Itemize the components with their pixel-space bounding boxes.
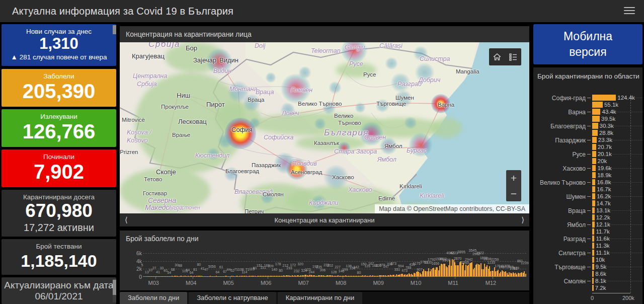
tab-3[interactable]: Карантинирани по дни [278, 292, 363, 304]
map-place-label: Ямбол [384, 143, 403, 149]
bar-category-label: Велико Търново [533, 179, 586, 186]
stat-delta: ▲ 281 случая повече от вчера [2, 53, 116, 61]
map-place-label: Mangalia [456, 68, 479, 74]
bar-category-label: Ямбол [533, 221, 586, 229]
map-place-label: Стара Загора [334, 148, 377, 155]
bar-value-label: 11.1k [596, 250, 609, 256]
bar-category-label: Шумен [533, 193, 586, 200]
map-place-label: Кърджали [309, 199, 338, 206]
zoom-out-button[interactable]: − [506, 186, 521, 201]
bar-value-label: 7.2k [595, 285, 606, 291]
bar[interactable] [592, 257, 594, 263]
map-place-label: България [324, 128, 369, 138]
stat-card-quarantined: Карантинирани досега 670,980 17,272 акти… [2, 190, 116, 237]
stat-card-infected: Заболели 205,390 [2, 69, 116, 107]
bar[interactable] [592, 158, 596, 164]
map-place-label: Търговище [376, 101, 406, 107]
map-place-label: Враца [248, 97, 264, 103]
bar[interactable] [592, 236, 594, 242]
home-icon[interactable] [489, 48, 505, 65]
carousel-prev-icon[interactable]: ⟨ [120, 213, 133, 226]
stat-value: 7,902 [2, 161, 116, 183]
bar-value-label: 9.5k [596, 264, 607, 270]
bar[interactable] [592, 229, 594, 235]
heat-blob [298, 66, 311, 79]
mobile-version-button[interactable]: Мобилнаверсия [533, 24, 642, 64]
bar-value-label: 124.4k [617, 95, 635, 101]
bar-value-label: 20k [598, 158, 607, 164]
bar[interactable] [592, 207, 595, 213]
bar-value-label: 16.7k [597, 186, 611, 192]
bar[interactable] [592, 130, 598, 136]
heat-blob [218, 133, 233, 148]
map-place-label: Пазарджик [252, 162, 281, 168]
bar[interactable] [592, 214, 595, 220]
map-attribution: Map data © OpenStreetMap contributors, C… [375, 204, 529, 213]
x-tick: M12 [486, 280, 496, 286]
chart-tabs: Заболели по дниЗаболели с натрупванеКара… [120, 292, 529, 304]
bar[interactable] [592, 264, 594, 270]
card-scrollbar[interactable] [113, 279, 116, 302]
map-place-label: Хасково [332, 174, 354, 180]
tab-1[interactable]: Заболели по дни [120, 292, 187, 304]
tab-2[interactable]: Заболели с натрупване [189, 292, 276, 304]
chart-title: Брой карантинирани по области [533, 67, 642, 80]
map-panel-title: Концентрация на карантинирани лица [120, 26, 529, 42]
stat-title: Заболели [2, 69, 116, 80]
heat-blob [355, 102, 366, 113]
increase-arrow-icon: ▲ [11, 53, 18, 61]
bar[interactable] [592, 285, 594, 291]
bar[interactable] [592, 116, 600, 122]
map-place-label: Видин [219, 56, 238, 64]
stat-value: 1,185,140 [2, 252, 116, 270]
map-place-label: Казанлък [314, 140, 339, 146]
bar-category-label: Силистра [533, 250, 586, 257]
bar[interactable] [592, 165, 596, 171]
map-place-label: Пирот [206, 101, 225, 108]
bar[interactable] [592, 151, 596, 157]
quarantine-heatmap[interactable]: СрбијаКрагујевацБорЗајечарВидинВидинЦент… [120, 42, 529, 213]
daily-cases-plot[interactable]: 5131027413340546830881016464818041475056… [143, 253, 526, 277]
bar[interactable] [592, 193, 595, 199]
map-place-label: Прокупље [161, 104, 189, 110]
bar[interactable] [592, 137, 597, 143]
bar[interactable] [592, 172, 596, 178]
bar[interactable] [592, 123, 598, 129]
stat-subtitle: 17,272 активни [2, 222, 116, 234]
x-tick: M06 [261, 280, 271, 286]
map-place-label: Видин [213, 67, 231, 74]
bar[interactable] [592, 109, 600, 115]
bar-value-label: 8.6k [595, 271, 606, 277]
bar[interactable] [592, 144, 596, 150]
map-place-label: Prizren [120, 149, 138, 155]
map-place-label: Хасково [348, 186, 372, 193]
map-place-label: Благоевград [225, 168, 259, 174]
bar-category-label: Смолян [533, 278, 586, 285]
bar[interactable] [592, 271, 594, 277]
bar[interactable] [592, 102, 603, 108]
carousel-label: Концентрация на карантинирани [275, 216, 375, 224]
bar[interactable] [592, 186, 595, 192]
bar[interactable] [592, 250, 594, 256]
carousel-next-icon[interactable]: ⟩ [516, 213, 529, 226]
card-scrollbar[interactable] [113, 25, 116, 39]
map-place-label: Србија [137, 81, 157, 88]
map-place-label: Централна [133, 72, 167, 80]
hamburger-menu-icon[interactable] [624, 7, 635, 15]
bar-value-label: 11.3k [596, 243, 609, 249]
bar[interactable] [592, 95, 616, 101]
stat-title: Карантинирани досега [2, 190, 116, 201]
bar[interactable] [592, 243, 594, 249]
map-place-label: Разград [397, 81, 422, 88]
stat-value: 670,980 [2, 201, 116, 221]
bar[interactable] [592, 179, 595, 185]
bar[interactable] [592, 200, 595, 206]
bar[interactable] [592, 278, 594, 284]
map-place-label: Кюстендил [195, 152, 229, 159]
x-tick: M04 [186, 280, 196, 286]
bar-value-label: 8.1k [595, 278, 606, 284]
bar[interactable] [592, 221, 595, 227]
map-place-label: Шумен [395, 95, 414, 101]
zoom-in-button[interactable]: + [506, 170, 521, 186]
legend-icon[interactable] [505, 48, 521, 65]
